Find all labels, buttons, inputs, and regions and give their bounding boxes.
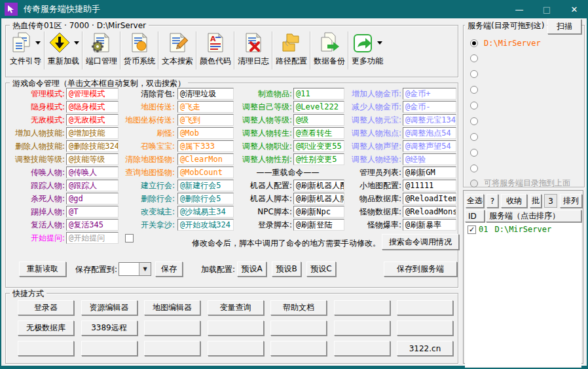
radio-icon[interactable] [470, 86, 478, 94]
server-radio-item[interactable] [470, 86, 478, 94]
dropdown-arrow-icon[interactable] [35, 41, 41, 45]
reload-config-button[interactable]: 重新读取 [19, 262, 66, 277]
command-input[interactable]: @调整泡点54 [403, 127, 456, 139]
command-input[interactable]: @新建行会5 [177, 180, 234, 191]
dropdown-arrow-icon[interactable] [74, 41, 79, 45]
command-input[interactable]: @Level222 [293, 101, 344, 113]
toolbar-item-路径配置[interactable]: 路径配置 [274, 29, 308, 71]
command-input[interactable]: @刷新GM [403, 166, 456, 178]
radio-icon[interactable] [470, 39, 478, 47]
shortcut-button-empty[interactable] [334, 320, 390, 336]
command-input[interactable]: @刷新机器人配 [293, 180, 344, 191]
command-input[interactable]: @查看转生 [293, 127, 344, 139]
toolbar-item-清理日志[interactable]: 清理日志 [236, 29, 270, 71]
command-input[interactable]: @调整元宝1347 [403, 114, 456, 126]
server-list-row[interactable] [465, 328, 581, 341]
command-input[interactable]: @删除技能324 [66, 140, 119, 152]
server-list-row[interactable] [465, 341, 581, 355]
start-question-checkbox[interactable] [125, 234, 134, 243]
shortcut-button-地图编辑器[interactable]: 地图编辑器 [144, 300, 200, 315]
command-input[interactable]: @ReloadItemDB [403, 193, 456, 204]
command-input[interactable]: @T [66, 206, 119, 218]
command-input[interactable]: @刷新暴率 [403, 219, 456, 231]
server-radio-item[interactable] [470, 149, 478, 157]
server-radio-item[interactable]: D:\MirServer [470, 39, 541, 48]
save-to-server-button[interactable]: 保存到服务端 [384, 262, 457, 277]
list-toolbar-button-排列[interactable]: 排列 [560, 194, 582, 208]
toolbar-item-端口管理[interactable]: 端口管理 [84, 29, 119, 71]
toolbar-item-数据备份[interactable]: 数据备份 [312, 29, 346, 71]
server-list-row[interactable] [465, 275, 581, 289]
command-input[interactable]: @传唤人 [66, 166, 119, 178]
radio-icon[interactable] [470, 70, 478, 78]
shortcut-button-3389远程[interactable]: 3389远程 [81, 320, 138, 336]
command-input[interactable]: @删除行会5 [177, 193, 234, 204]
shortcut-button-登录器[interactable]: 登录器 [18, 300, 74, 315]
command-input[interactable]: @跟踪人 [66, 180, 119, 191]
close-button[interactable]: ✕ [560, 0, 588, 18]
server-radio-item[interactable] [470, 165, 478, 172]
command-input[interactable]: @级 [293, 114, 344, 126]
command-input[interactable]: @职业变更55 [293, 140, 344, 152]
list-header-server[interactable]: 服务端（点击排序） [486, 210, 581, 222]
toolbar-item-更多功能[interactable]: 更多功能 [350, 29, 384, 71]
command-input[interactable]: @无敌模式 [66, 114, 119, 126]
server-radio-item[interactable]: 可将服务端目录拖到上面 [470, 178, 570, 189]
row-checkbox[interactable]: ✓ [468, 225, 476, 234]
command-input[interactable]: @增加技能 [66, 127, 119, 139]
preset-c-button[interactable]: 预设C [306, 262, 336, 277]
toolbar-item-重新加载[interactable]: 重新加载 [46, 29, 81, 71]
radio-icon[interactable] [470, 102, 478, 109]
command-input[interactable]: @飞走 [177, 101, 234, 113]
command-input[interactable]: @刷新Npc [293, 206, 344, 218]
command-input[interactable]: @11111 [403, 180, 456, 191]
command-input[interactable]: @飞到 [177, 114, 234, 126]
command-input[interactable]: @属下333 [177, 140, 234, 152]
dropdown-arrow-icon[interactable] [377, 41, 382, 45]
command-input[interactable]: @gd [66, 193, 119, 204]
shortcut-button-资源编辑器[interactable]: 资源编辑器 [81, 300, 138, 315]
maximize-button[interactable]: □ [533, 0, 560, 18]
list-toolbar-button-全选[interactable]: 全选 [466, 194, 484, 208]
toolbar-item-颜色代码[interactable]: A颜色代码 [198, 29, 232, 71]
shortcut-button-empty[interactable] [144, 341, 200, 356]
server-list-row[interactable] [465, 288, 581, 302]
radio-icon[interactable] [470, 117, 478, 125]
command-input[interactable]: @技能等级 [66, 153, 119, 165]
server-list-row[interactable] [465, 262, 581, 276]
command-input[interactable]: @调整声望54 [403, 140, 456, 152]
command-input[interactable]: @金币+ [403, 88, 456, 100]
server-radio-item[interactable] [470, 133, 478, 141]
radio-icon[interactable] [470, 54, 478, 62]
list-toolbar-button-批[interactable]: 批 [530, 194, 542, 208]
server-list-row[interactable] [465, 354, 581, 368]
radio-icon[interactable] [470, 133, 478, 141]
combo-dropdown-icon[interactable]: ▼ [139, 263, 151, 275]
shortcut-button-empty[interactable] [334, 341, 390, 356]
server-radio-item[interactable] [470, 54, 478, 62]
shortcut-button-empty[interactable] [144, 320, 200, 336]
command-input[interactable]: @管理模式 [66, 88, 119, 100]
shortcut-button-empty[interactable] [397, 300, 453, 315]
toolbar-item-文件引导[interactable]: 文件引导 [9, 29, 43, 71]
shortcut-button-empty[interactable] [334, 300, 390, 315]
shortcut-button-变量查询[interactable]: 变量查询 [208, 300, 264, 315]
save-config-button[interactable]: 保存 [155, 262, 183, 277]
list-toolbar-button-收纳[interactable]: 收纳 [501, 194, 527, 208]
command-input[interactable]: @经验 [403, 153, 456, 165]
server-list-row[interactable] [465, 236, 581, 250]
list-toolbar-button-?[interactable]: ? [487, 194, 498, 208]
server-list-row[interactable] [465, 249, 581, 263]
command-input[interactable]: @开始攻城324 [177, 219, 234, 231]
shortcut-button-empty[interactable] [208, 320, 264, 336]
shortcut-button-empty[interactable] [208, 341, 264, 356]
shortcut-button-empty[interactable] [18, 341, 74, 356]
shortcut-button-帮助文档[interactable]: 帮助文档 [270, 300, 327, 315]
shortcut-button-empty[interactable] [270, 341, 327, 356]
server-radio-item[interactable] [470, 102, 478, 109]
list-toolbar-button-3[interactable]: 3 [544, 194, 557, 208]
radio-icon[interactable] [470, 149, 478, 157]
list-header-id[interactable]: ID [465, 210, 485, 222]
shortcut-button-empty[interactable] [81, 341, 138, 356]
command-input[interactable]: @复活345 [66, 219, 119, 231]
